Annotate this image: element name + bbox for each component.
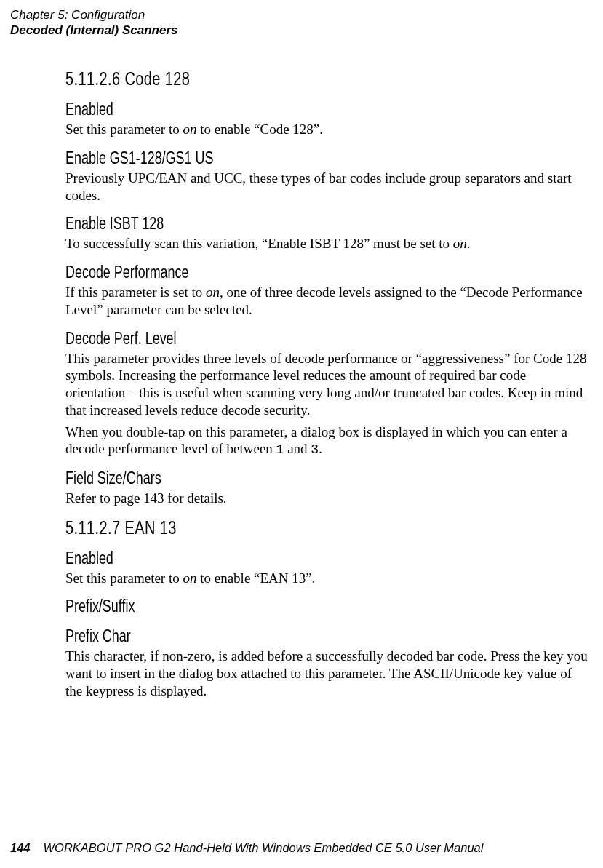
- para-isbt: To successfully scan this variation, “En…: [65, 235, 588, 252]
- subheading-ean13-enabled: Enabled: [65, 549, 474, 568]
- para-enabled: Set this parameter to on to enable “Code…: [65, 121, 588, 138]
- text: If this parameter is set to: [65, 284, 206, 300]
- para-gs1: Previously UPC/EAN and UCC, these types …: [65, 170, 588, 204]
- page-content: 5.11.2.6 Code 128 Enabled Set this param…: [65, 58, 588, 704]
- text: to enable “Code 128”.: [196, 122, 323, 137]
- para-decodeperflevel-2: When you double-tap on this parameter, a…: [65, 423, 588, 458]
- text: .: [467, 236, 471, 251]
- text-italic: on: [183, 570, 196, 586]
- page-footer: 144WORKABOUT PRO G2 Hand-Held With Windo…: [10, 841, 483, 855]
- text: to enable “EAN 13”.: [196, 570, 315, 586]
- subheading-decodeperflevel: Decode Perf. Level: [65, 329, 474, 349]
- footer-text: WORKABOUT PRO G2 Hand-Held With Windows …: [44, 841, 484, 854]
- text: UCC: [214, 170, 242, 186]
- subheading-fieldsize: Field Size/Chars: [65, 469, 474, 488]
- text: Set this parameter to: [65, 122, 183, 137]
- text: .: [319, 441, 322, 456]
- text: and: [284, 441, 311, 456]
- subheading-prefixsuffix: Prefix/Suffix: [65, 597, 474, 616]
- text: Set this parameter to: [65, 570, 183, 586]
- subheading-isbt: Enable ISBT 128: [65, 214, 474, 234]
- subheading-decodeperf: Decode Performance: [65, 263, 474, 282]
- page-number: 144: [10, 841, 31, 854]
- running-header-line2: Decoded (Internal) Scanners: [10, 23, 178, 38]
- subheading-prefixchar: Prefix Char: [65, 626, 474, 646]
- text-mono: 3: [311, 442, 319, 457]
- running-header-line1: Chapter 5: Configuration: [10, 7, 178, 23]
- running-header-line2-text: Decoded (Internal) Scanners: [10, 23, 178, 37]
- para-prefixchar: This character, if non-zero, is added be…: [65, 648, 588, 699]
- para-decodeperflevel-1: This parameter provides three levels of …: [65, 350, 588, 419]
- text-italic: on: [206, 284, 220, 300]
- heading-code128: 5.11.2.6 Code 128: [65, 68, 484, 89]
- para-decodeperf: If this parameter is set to on, one of t…: [65, 284, 588, 319]
- para-fieldsize: Refer to page 143 for details.: [65, 490, 588, 507]
- running-header: Chapter 5: Configuration Decoded (Intern…: [10, 7, 178, 39]
- text-italic: on: [453, 236, 467, 251]
- text: To successfully scan this variation, “En…: [65, 236, 453, 251]
- subheading-enabled: Enabled: [65, 100, 474, 119]
- text-mono: 1: [276, 442, 284, 457]
- text-italic: on: [183, 122, 196, 137]
- para-ean13-enabled: Set this parameter to on to enable “EAN …: [65, 570, 588, 587]
- subheading-gs1: Enable GS1-128/GS1 US: [65, 148, 474, 168]
- text: Previously UPC/EAN and: [65, 170, 214, 186]
- heading-ean13: 5.11.2.7 EAN 13: [65, 517, 484, 538]
